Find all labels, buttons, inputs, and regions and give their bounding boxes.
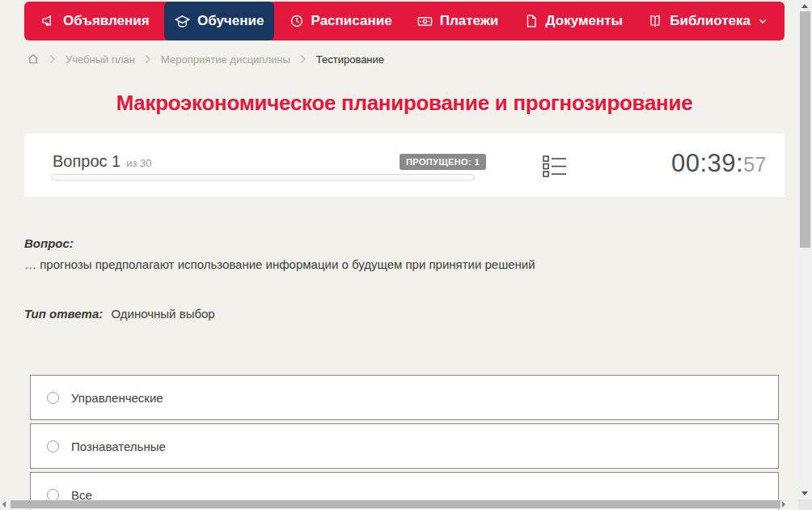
cash-icon (417, 14, 433, 29)
graduation-cap-icon (175, 14, 190, 29)
horizontal-scrollbar[interactable] (0, 499, 798, 509)
scroll-right-arrow-icon[interactable] (782, 501, 785, 508)
nav-item-library[interactable]: Библиотека (637, 2, 778, 40)
book-icon (648, 14, 662, 28)
radio-button-icon[interactable] (47, 440, 59, 453)
megaphone-icon (41, 14, 56, 28)
vertical-scrollbar-thumb[interactable] (800, 11, 810, 248)
question-progress-bar (51, 174, 475, 181)
question-list-icon[interactable] (543, 155, 567, 181)
breadcrumb-testing: Тестирование (316, 53, 384, 66)
scrollbar-corner (798, 499, 812, 510)
breadcrumb: Учебный план Мероприятие дисциплины Тест… (27, 51, 384, 67)
breadcrumb-separator-icon (49, 54, 56, 64)
home-icon[interactable] (27, 53, 40, 66)
answer-type-row: Тип ответа: Одиночный выбор (24, 307, 215, 321)
test-timer: 00:39:57 (671, 149, 767, 178)
nav-item-schedule[interactable]: Расписание (279, 2, 403, 40)
breadcrumb-discipline-event[interactable]: Мероприятие дисциплины (161, 53, 290, 66)
answer-type-value: Одиночный выбор (111, 307, 214, 321)
answer-options: Управленческие Познавательные Все (30, 375, 779, 510)
horizontal-scrollbar-thumb[interactable] (11, 500, 780, 508)
skipped-badge: ПРОПУЩЕНО: 1 (400, 154, 486, 170)
breadcrumb-separator-icon (300, 54, 307, 64)
timer-seconds: 57 (743, 153, 767, 176)
question-text: … прогнозы предполагают использование ин… (24, 257, 776, 271)
answer-option[interactable]: Управленческие (30, 375, 779, 420)
scroll-up-arrow-icon[interactable] (801, 4, 808, 8)
question-header-card: Вопрос 1 из 30 ПРОПУЩЕНО: 1 00:39:57 (24, 134, 785, 197)
page-title: Макроэкономическое планирование и прогно… (24, 91, 785, 116)
nav-item-label: Платежи (440, 13, 499, 29)
question-total-label: из 30 (126, 157, 151, 169)
nav-item-label: Документы (546, 13, 624, 29)
answer-option-label: Познавательные (71, 440, 166, 453)
nav-item-label: Расписание (311, 13, 392, 29)
question-number-label: Вопрос 1 (53, 152, 121, 171)
nav-item-label: Обучение (197, 13, 264, 29)
question-number: Вопрос 1 из 30 (53, 152, 152, 171)
scroll-left-arrow-icon[interactable] (2, 501, 6, 508)
nav-item-label: Библиотека (670, 13, 751, 29)
nav-item-learning[interactable]: Обучение (164, 2, 274, 40)
radio-button-icon[interactable] (47, 392, 59, 404)
clock-icon (290, 14, 304, 28)
timer-hours-minutes: 00:39: (671, 149, 743, 178)
nav-item-documents[interactable]: Документы (514, 2, 634, 40)
nav-item-label: Объявления (63, 13, 150, 29)
vertical-scrollbar[interactable] (798, 0, 812, 499)
question-label: Вопрос: (24, 236, 74, 250)
breadcrumb-curriculum[interactable]: Учебный план (66, 53, 135, 66)
nav-item-announcements[interactable]: Объявления (31, 2, 160, 40)
scroll-down-arrow-icon[interactable] (801, 491, 808, 495)
chevron-down-icon (758, 16, 768, 26)
answer-type-label: Тип ответа: (24, 307, 103, 321)
top-navigation: Объявления Обучение Расписание Плат (24, 2, 785, 40)
nav-item-payments[interactable]: Платежи (407, 2, 510, 40)
answer-option-label: Управленческие (71, 391, 163, 405)
breadcrumb-separator-icon (145, 54, 151, 64)
answer-option[interactable]: Познавательные (30, 423, 779, 469)
document-icon (524, 14, 539, 28)
